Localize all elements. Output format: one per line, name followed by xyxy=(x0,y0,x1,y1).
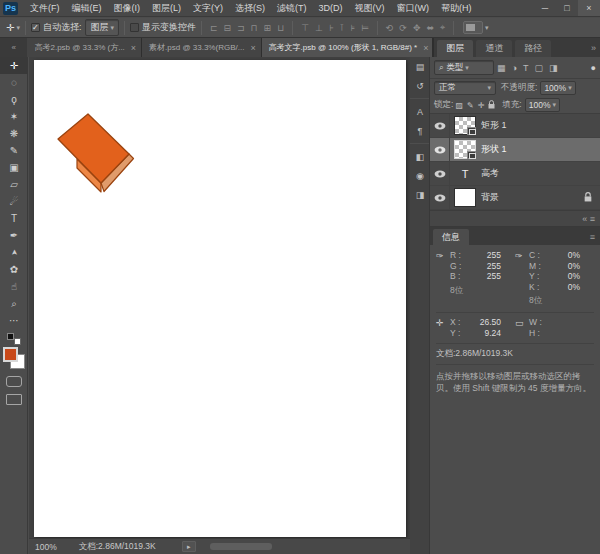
menu-view[interactable]: 视图(V) xyxy=(349,0,391,16)
tool-preset-arrow-icon[interactable]: ▾ xyxy=(16,24,20,32)
fill-field[interactable]: 100% ▾ xyxy=(525,98,560,112)
canvas-area[interactable]: 100% 文档:2.86M/1019.3K ▸ xyxy=(29,57,410,554)
eraser-tool[interactable]: ▱ xyxy=(0,176,28,193)
document-tab-1[interactable]: 高考2.psb @ 33.3% (方... × xyxy=(27,38,142,57)
tab-channels[interactable]: 通道 xyxy=(476,40,512,57)
paragraph-panel-icon[interactable]: ¶ xyxy=(410,121,430,140)
styles-panel-icon[interactable]: ◉ xyxy=(410,166,430,185)
menu-select[interactable]: 选择(S) xyxy=(229,0,271,16)
align-right-icon[interactable]: ⊐ xyxy=(234,23,248,33)
filter-pixel-icon[interactable]: ▦ xyxy=(494,63,509,73)
foreground-color-swatch[interactable] xyxy=(3,347,18,362)
hand-tool[interactable]: ☝ xyxy=(0,278,28,295)
close-tab-icon[interactable]: × xyxy=(250,43,255,53)
move-tool[interactable]: ✛ xyxy=(0,57,28,74)
menu-layer[interactable]: 图层(L) xyxy=(146,0,187,16)
show-transform-checkbox[interactable] xyxy=(130,23,139,32)
document-tab-active[interactable]: 高考文字.psb @ 100% (形状 1, RGB/8#) * × xyxy=(262,38,434,57)
distribute-right-icon[interactable]: ⊨ xyxy=(358,23,372,33)
auto-select-target-dropdown[interactable]: 图层 ▾ xyxy=(85,19,119,36)
menu-image[interactable]: 图像(I) xyxy=(108,0,147,16)
menu-file[interactable]: 文件(F) xyxy=(24,0,66,16)
blend-mode-dropdown[interactable]: 正常 ▾ xyxy=(434,81,496,95)
align-bottom-icon[interactable]: ⊔ xyxy=(274,23,287,33)
status-menu-arrow-icon[interactable]: ▸ xyxy=(182,541,196,552)
close-tab-icon[interactable]: × xyxy=(131,43,136,53)
visibility-toggle[interactable] xyxy=(430,186,450,210)
workspace-switcher-icon[interactable] xyxy=(463,21,483,34)
lock-transparency-icon[interactable]: ▨ xyxy=(453,101,465,110)
menu-window[interactable]: 窗口(W) xyxy=(391,0,436,16)
chevron-down-icon[interactable]: ▾ xyxy=(485,24,489,32)
filter-smart-object-icon[interactable]: ◨ xyxy=(546,63,561,73)
quick-selection-tool[interactable]: ✶ xyxy=(0,108,28,125)
distribute-top-icon[interactable]: ⊤ xyxy=(298,23,312,33)
distribute-bottom-icon[interactable]: ⊦ xyxy=(326,23,337,33)
custom-shape-tool[interactable]: ✿ xyxy=(0,261,28,278)
quick-mask-icon[interactable] xyxy=(6,376,22,387)
visibility-toggle[interactable] xyxy=(430,162,450,186)
distribute-center-v-icon[interactable]: ⊥ xyxy=(312,23,326,33)
panel-menu-icon[interactable]: ≡ xyxy=(590,214,595,224)
filter-type-icon[interactable]: T xyxy=(520,63,532,73)
horizontal-scrollbar-thumb[interactable] xyxy=(210,543,272,550)
default-colors-icon[interactable] xyxy=(7,333,21,345)
path-selection-tool[interactable]: ➤ xyxy=(0,244,28,261)
tab-paths[interactable]: 路径 xyxy=(515,40,551,57)
visibility-toggle[interactable] xyxy=(430,114,450,138)
filter-shape-icon[interactable]: ▢ xyxy=(531,63,546,73)
distribute-left-icon[interactable]: ⊺ xyxy=(337,23,348,33)
layer-name[interactable]: 高考 xyxy=(481,167,499,180)
tab-info[interactable]: 信息 xyxy=(433,229,469,245)
tab-layers[interactable]: 图层 xyxy=(437,40,473,57)
document-tab-2[interactable]: 素材.psd @ 33.3%(RGB/... × xyxy=(142,38,261,57)
close-tab-icon[interactable]: × xyxy=(423,43,428,53)
menu-help[interactable]: 帮助(H) xyxy=(435,0,478,16)
filter-toggle-icon[interactable]: ● xyxy=(591,63,596,73)
layer-row-rectangle-1[interactable]: 矩形 1 xyxy=(430,114,600,138)
lock-pixels-icon[interactable]: ✎ xyxy=(465,101,476,110)
info-panel-menu-icon[interactable]: ≡ xyxy=(590,229,595,245)
align-left-icon[interactable]: ⊏ xyxy=(207,23,221,33)
distribute-center-h-icon[interactable]: ⊧ xyxy=(347,23,358,33)
dock-toggle-icon[interactable]: « xyxy=(0,39,27,57)
type-tool[interactable]: T xyxy=(0,210,28,227)
layer-thumbnail[interactable] xyxy=(454,188,476,207)
minimize-button[interactable]: ─ xyxy=(534,0,556,16)
edit-toolbar-button[interactable]: ⋯ xyxy=(0,312,28,329)
maximize-button[interactable]: □ xyxy=(556,0,578,16)
align-center-v-icon[interactable]: ⊞ xyxy=(261,23,275,33)
auto-select-checkbox[interactable]: ✓ xyxy=(31,23,40,32)
brush-tool[interactable]: ✎ xyxy=(0,142,28,159)
layer-name[interactable]: 矩形 1 xyxy=(481,119,507,132)
move-tool-icon[interactable]: ✛ xyxy=(6,22,14,33)
3d-rotate-icon[interactable]: ⟲ xyxy=(383,23,397,33)
zoom-tool[interactable]: ⌕ xyxy=(0,295,28,312)
lock-all-icon[interactable] xyxy=(486,100,497,111)
layer-name[interactable]: 形状 1 xyxy=(481,143,507,156)
menu-filter[interactable]: 滤镜(T) xyxy=(271,0,313,16)
3d-roll-icon[interactable]: ⟳ xyxy=(396,23,410,33)
align-top-icon[interactable]: ⊓ xyxy=(248,23,261,33)
opacity-field[interactable]: 100% ▾ xyxy=(540,81,575,95)
screen-mode-icon[interactable] xyxy=(6,394,22,405)
lock-position-icon[interactable]: ✛ xyxy=(476,101,487,110)
layer-row-background[interactable]: 背景 xyxy=(430,186,600,210)
3d-drag-icon[interactable]: ✥ xyxy=(410,23,424,33)
menu-3d[interactable]: 3D(D) xyxy=(313,0,349,16)
smudge-tool[interactable]: ☄ xyxy=(0,193,28,210)
pen-tool[interactable]: ✒ xyxy=(0,227,28,244)
layer-name[interactable]: 背景 xyxy=(481,191,499,204)
character-panel-icon[interactable]: A xyxy=(410,102,430,121)
menu-edit[interactable]: 编辑(E) xyxy=(66,0,108,16)
orange-shape-graphic[interactable] xyxy=(45,105,145,200)
layer-thumbnail[interactable] xyxy=(454,116,476,135)
text-layer-thumbnail[interactable]: T xyxy=(454,164,476,183)
filter-adjustment-icon[interactable]: ◑ xyxy=(509,63,520,73)
document-canvas[interactable] xyxy=(34,60,406,537)
3d-slide-icon[interactable]: ⬌ xyxy=(423,23,437,33)
healing-brush-tool[interactable]: ❋ xyxy=(0,125,28,142)
layer-row-shape-1-selected[interactable]: 形状 1 xyxy=(430,138,600,162)
marquee-tool[interactable]: ◌ xyxy=(0,74,28,91)
collapse-panels-icon[interactable]: « xyxy=(582,214,587,224)
